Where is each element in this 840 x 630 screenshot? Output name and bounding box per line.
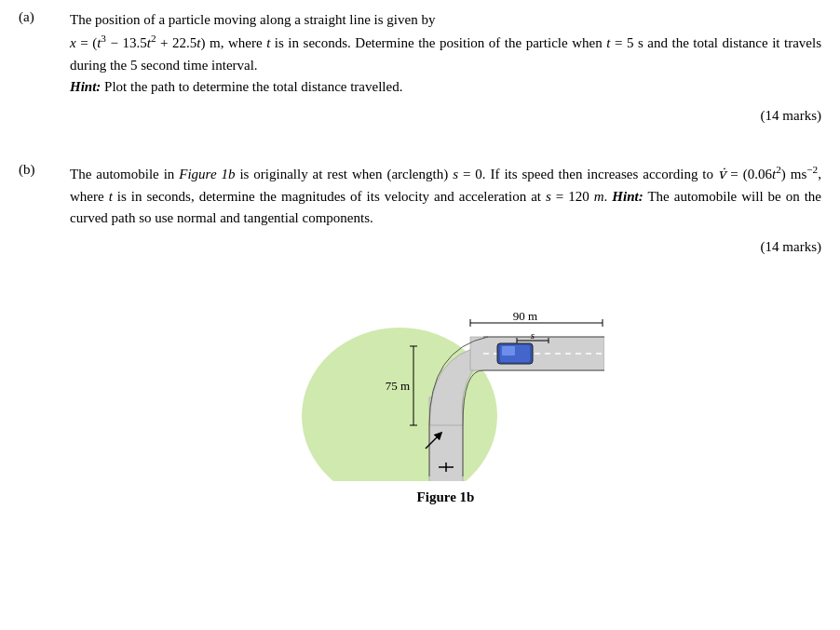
problem-a-text: The position of a particle moving along … (70, 9, 821, 98)
problem-a-hint-label: Hint: (70, 79, 101, 94)
figure-1b-diagram: 90 m s 75 m (288, 267, 604, 481)
figure-1b-container: 90 m s 75 m (70, 267, 821, 508)
dim-75m-label: 75 m (385, 379, 409, 393)
problem-b-label: (b) (19, 162, 70, 508)
problem-a-content: The position of a particle moving along … (70, 9, 821, 127)
problem-b-hint-label: Hint: (612, 189, 643, 204)
spacer-1 (19, 143, 821, 162)
dim-90m-label: 90 m (512, 309, 536, 323)
s-label: s (530, 329, 534, 341)
problem-b: (b) The automobile in Figure 1b is origi… (19, 162, 821, 508)
figure-1b-svg: 90 m s 75 m (288, 267, 604, 481)
problem-a-label: (a) (19, 9, 70, 127)
figure-caption: Figure 1b (417, 487, 475, 508)
problem-a-marks: (14 marks) (70, 105, 821, 127)
svg-rect-16 (502, 346, 515, 355)
problem-b-content: The automobile in Figure 1b is originall… (70, 162, 821, 508)
problem-b-text: The automobile in Figure 1b is originall… (70, 162, 821, 229)
problem-b-marks: (14 marks) (70, 236, 821, 258)
problem-a: (a) The position of a particle moving al… (19, 9, 821, 127)
